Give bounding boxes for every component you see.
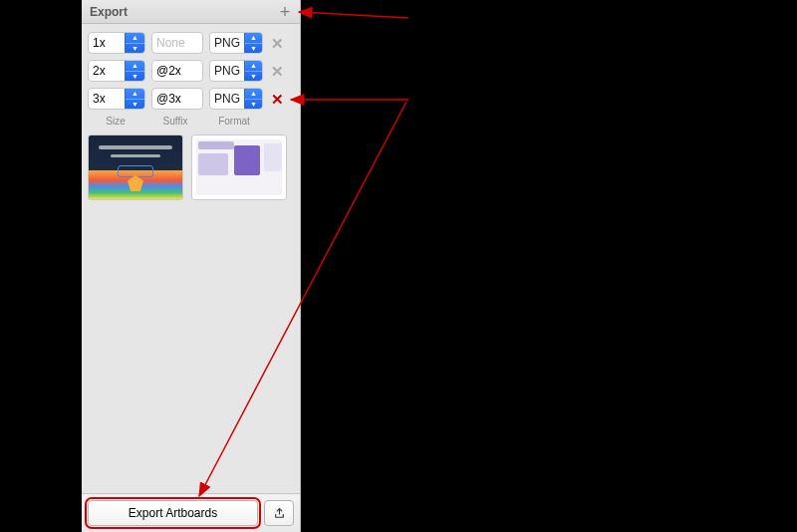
export-artboards-button[interactable]: Export Artboards [88, 500, 258, 526]
format-column-label: Format [207, 116, 261, 127]
stepper-icon[interactable]: ▲▼ [125, 33, 144, 53]
size-input[interactable] [89, 33, 125, 53]
suffix-input[interactable] [151, 32, 203, 54]
stepper-icon[interactable]: ▲▼ [244, 33, 262, 53]
format-label: PNG [210, 33, 244, 53]
svg-line-0 [299, 12, 408, 18]
artboard-thumbnail[interactable] [191, 134, 287, 200]
artboard-thumbnails [82, 134, 300, 200]
size-input[interactable] [89, 89, 125, 109]
remove-row-button[interactable]: ✕ [269, 35, 285, 51]
format-select[interactable]: PNG ▲▼ [209, 60, 263, 82]
stepper-icon[interactable]: ▲▼ [244, 89, 262, 109]
remove-row-button[interactable]: ✕ [269, 63, 285, 79]
stepper-icon[interactable]: ▲▼ [244, 61, 262, 81]
export-row: ▲▼ PNG ▲▼ ✕ [88, 60, 294, 82]
export-panel: Export + ▲▼ PNG ▲▼ ✕ ▲▼ PNG ▲ [82, 0, 301, 532]
add-export-preset-button[interactable]: + [276, 3, 294, 21]
share-button[interactable] [264, 500, 294, 526]
suffix-input[interactable] [151, 88, 203, 110]
artboard-thumbnail[interactable] [88, 134, 183, 200]
format-select[interactable]: PNG ▲▼ [209, 32, 263, 54]
share-icon [273, 507, 286, 520]
size-input[interactable] [89, 61, 125, 81]
remove-row-button[interactable]: ✕ [269, 91, 285, 107]
format-label: PNG [210, 61, 244, 81]
size-select[interactable]: ▲▼ [88, 60, 145, 82]
size-column-label: Size [88, 116, 143, 127]
export-footer: Export Artboards [82, 493, 300, 532]
panel-title: Export [90, 5, 128, 19]
size-select[interactable]: ▲▼ [88, 88, 145, 110]
format-label: PNG [210, 89, 244, 109]
format-select[interactable]: PNG ▲▼ [209, 88, 263, 110]
export-row: ▲▼ PNG ▲▼ ✕ [88, 88, 294, 110]
stepper-icon[interactable]: ▲▼ [125, 89, 144, 109]
export-row: ▲▼ PNG ▲▼ ✕ [88, 32, 294, 54]
suffix-input[interactable] [151, 60, 203, 82]
size-select[interactable]: ▲▼ [88, 32, 145, 54]
stepper-icon[interactable]: ▲▼ [125, 61, 144, 81]
column-labels: Size Suffix Format [82, 116, 300, 134]
suffix-column-label: Suffix [149, 116, 201, 127]
export-rows: ▲▼ PNG ▲▼ ✕ ▲▼ PNG ▲▼ ✕ [82, 24, 300, 116]
export-header: Export + [82, 0, 300, 24]
